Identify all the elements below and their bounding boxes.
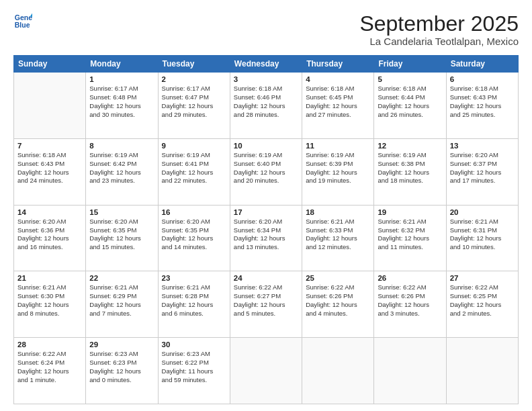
day-number: 29 xyxy=(89,340,154,349)
day-info: Sunrise: 6:18 AM Sunset: 6:43 PM Dayligh… xyxy=(450,85,515,119)
calendar-cell: 28Sunrise: 6:22 AM Sunset: 6:24 PM Dayli… xyxy=(14,338,86,404)
day-number: 26 xyxy=(378,274,442,282)
calendar-cell: 13Sunrise: 6:20 AM Sunset: 6:37 PM Dayli… xyxy=(446,138,518,205)
day-info: Sunrise: 6:22 AM Sunset: 6:24 PM Dayligh… xyxy=(17,350,82,384)
calendar-cell: 25Sunrise: 6:22 AM Sunset: 6:26 PM Dayli… xyxy=(302,271,374,338)
calendar-cell: 1Sunrise: 6:17 AM Sunset: 6:48 PM Daylig… xyxy=(86,73,158,139)
day-number: 8 xyxy=(89,142,154,150)
logo: General Blue xyxy=(13,12,32,31)
calendar-cell: 8Sunrise: 6:19 AM Sunset: 6:42 PM Daylig… xyxy=(86,138,158,205)
calendar-cell: 22Sunrise: 6:21 AM Sunset: 6:29 PM Dayli… xyxy=(86,271,158,338)
calendar-cell: 16Sunrise: 6:20 AM Sunset: 6:35 PM Dayli… xyxy=(158,205,230,271)
day-info: Sunrise: 6:21 AM Sunset: 6:33 PM Dayligh… xyxy=(306,218,370,252)
header: General Blue September 2025 La Candelari… xyxy=(13,12,519,47)
day-info: Sunrise: 6:19 AM Sunset: 6:42 PM Dayligh… xyxy=(89,151,154,185)
day-number: 20 xyxy=(450,208,515,216)
day-number: 27 xyxy=(450,274,515,282)
calendar-cell: 5Sunrise: 6:18 AM Sunset: 6:44 PM Daylig… xyxy=(374,73,446,139)
calendar-cell: 17Sunrise: 6:20 AM Sunset: 6:34 PM Dayli… xyxy=(230,205,302,271)
day-number: 17 xyxy=(234,208,298,216)
day-number: 19 xyxy=(378,208,442,216)
day-info: Sunrise: 6:19 AM Sunset: 6:39 PM Dayligh… xyxy=(306,151,370,185)
day-info: Sunrise: 6:21 AM Sunset: 6:30 PM Dayligh… xyxy=(17,283,82,318)
calendar-cell: 21Sunrise: 6:21 AM Sunset: 6:30 PM Dayli… xyxy=(14,271,86,338)
calendar-cell: 7Sunrise: 6:18 AM Sunset: 6:43 PM Daylig… xyxy=(14,138,86,205)
day-info: Sunrise: 6:17 AM Sunset: 6:48 PM Dayligh… xyxy=(89,85,154,119)
day-info: Sunrise: 6:17 AM Sunset: 6:47 PM Dayligh… xyxy=(162,85,226,119)
day-info: Sunrise: 6:20 AM Sunset: 6:36 PM Dayligh… xyxy=(17,218,82,252)
calendar-cell xyxy=(230,338,302,404)
calendar-cell: 3Sunrise: 6:18 AM Sunset: 6:46 PM Daylig… xyxy=(230,73,302,139)
weekday-header-sunday: Sunday xyxy=(14,56,86,73)
day-info: Sunrise: 6:18 AM Sunset: 6:46 PM Dayligh… xyxy=(234,85,298,119)
day-info: Sunrise: 6:21 AM Sunset: 6:28 PM Dayligh… xyxy=(162,283,226,318)
day-number: 2 xyxy=(162,75,226,83)
day-info: Sunrise: 6:22 AM Sunset: 6:25 PM Dayligh… xyxy=(450,283,515,318)
day-number: 28 xyxy=(17,340,82,349)
weekday-header-row: SundayMondayTuesdayWednesdayThursdayFrid… xyxy=(14,56,519,73)
calendar-cell xyxy=(14,73,86,139)
day-number: 5 xyxy=(378,75,442,83)
calendar-cell xyxy=(446,338,518,404)
day-number: 7 xyxy=(17,142,82,150)
day-info: Sunrise: 6:18 AM Sunset: 6:43 PM Dayligh… xyxy=(17,151,82,185)
day-info: Sunrise: 6:20 AM Sunset: 6:37 PM Dayligh… xyxy=(450,151,515,185)
svg-text:Blue: Blue xyxy=(15,21,30,29)
day-info: Sunrise: 6:18 AM Sunset: 6:45 PM Dayligh… xyxy=(306,85,370,119)
day-number: 14 xyxy=(17,208,82,216)
calendar-cell: 12Sunrise: 6:19 AM Sunset: 6:38 PM Dayli… xyxy=(374,138,446,205)
day-number: 3 xyxy=(234,75,298,83)
calendar-cell xyxy=(374,338,446,404)
calendar-week-row: 1Sunrise: 6:17 AM Sunset: 6:48 PM Daylig… xyxy=(14,73,519,139)
day-info: Sunrise: 6:22 AM Sunset: 6:26 PM Dayligh… xyxy=(378,283,442,318)
calendar-cell: 4Sunrise: 6:18 AM Sunset: 6:45 PM Daylig… xyxy=(302,73,374,139)
day-info: Sunrise: 6:19 AM Sunset: 6:40 PM Dayligh… xyxy=(234,151,298,185)
calendar-cell: 15Sunrise: 6:20 AM Sunset: 6:35 PM Dayli… xyxy=(86,205,158,271)
weekday-header-saturday: Saturday xyxy=(446,56,518,73)
calendar-cell: 26Sunrise: 6:22 AM Sunset: 6:26 PM Dayli… xyxy=(374,271,446,338)
day-number: 10 xyxy=(234,142,298,150)
day-info: Sunrise: 6:21 AM Sunset: 6:31 PM Dayligh… xyxy=(450,218,515,252)
month-title: September 2025 xyxy=(359,12,519,36)
day-info: Sunrise: 6:18 AM Sunset: 6:44 PM Dayligh… xyxy=(378,85,442,119)
calendar-cell: 27Sunrise: 6:22 AM Sunset: 6:25 PM Dayli… xyxy=(446,271,518,338)
calendar-cell: 19Sunrise: 6:21 AM Sunset: 6:32 PM Dayli… xyxy=(374,205,446,271)
calendar-week-row: 28Sunrise: 6:22 AM Sunset: 6:24 PM Dayli… xyxy=(14,338,519,404)
weekday-header-friday: Friday xyxy=(374,56,446,73)
day-info: Sunrise: 6:19 AM Sunset: 6:41 PM Dayligh… xyxy=(162,151,226,185)
calendar-cell: 11Sunrise: 6:19 AM Sunset: 6:39 PM Dayli… xyxy=(302,138,374,205)
day-info: Sunrise: 6:20 AM Sunset: 6:35 PM Dayligh… xyxy=(89,218,154,252)
day-info: Sunrise: 6:21 AM Sunset: 6:32 PM Dayligh… xyxy=(378,218,442,252)
location-title: La Candelaria Teotlalpan, Mexico xyxy=(359,36,519,47)
day-number: 6 xyxy=(450,75,515,83)
day-number: 24 xyxy=(234,274,298,282)
day-number: 22 xyxy=(89,274,154,282)
calendar-week-row: 21Sunrise: 6:21 AM Sunset: 6:30 PM Dayli… xyxy=(14,271,519,338)
day-info: Sunrise: 6:19 AM Sunset: 6:38 PM Dayligh… xyxy=(378,151,442,185)
calendar-cell: 30Sunrise: 6:23 AM Sunset: 6:22 PM Dayli… xyxy=(158,338,230,404)
weekday-header-wednesday: Wednesday xyxy=(230,56,302,73)
day-number: 13 xyxy=(450,142,515,150)
calendar-cell: 9Sunrise: 6:19 AM Sunset: 6:41 PM Daylig… xyxy=(158,138,230,205)
weekday-header-monday: Monday xyxy=(86,56,158,73)
day-info: Sunrise: 6:23 AM Sunset: 6:23 PM Dayligh… xyxy=(89,350,154,384)
day-number: 1 xyxy=(89,75,154,83)
calendar-cell: 24Sunrise: 6:22 AM Sunset: 6:27 PM Dayli… xyxy=(230,271,302,338)
calendar-cell: 18Sunrise: 6:21 AM Sunset: 6:33 PM Dayli… xyxy=(302,205,374,271)
day-info: Sunrise: 6:23 AM Sunset: 6:22 PM Dayligh… xyxy=(162,350,226,384)
day-number: 12 xyxy=(378,142,442,150)
day-info: Sunrise: 6:20 AM Sunset: 6:35 PM Dayligh… xyxy=(162,218,226,252)
calendar-cell: 14Sunrise: 6:20 AM Sunset: 6:36 PM Dayli… xyxy=(14,205,86,271)
day-number: 23 xyxy=(162,274,226,282)
calendar-week-row: 14Sunrise: 6:20 AM Sunset: 6:36 PM Dayli… xyxy=(14,205,519,271)
day-number: 15 xyxy=(89,208,154,216)
calendar-cell: 29Sunrise: 6:23 AM Sunset: 6:23 PM Dayli… xyxy=(86,338,158,404)
calendar-cell: 2Sunrise: 6:17 AM Sunset: 6:47 PM Daylig… xyxy=(158,73,230,139)
calendar-cell xyxy=(302,338,374,404)
calendar-cell: 20Sunrise: 6:21 AM Sunset: 6:31 PM Dayli… xyxy=(446,205,518,271)
day-number: 9 xyxy=(162,142,226,150)
calendar-cell: 23Sunrise: 6:21 AM Sunset: 6:28 PM Dayli… xyxy=(158,271,230,338)
calendar-cell: 6Sunrise: 6:18 AM Sunset: 6:43 PM Daylig… xyxy=(446,73,518,139)
day-number: 16 xyxy=(162,208,226,216)
day-info: Sunrise: 6:22 AM Sunset: 6:26 PM Dayligh… xyxy=(306,283,370,318)
